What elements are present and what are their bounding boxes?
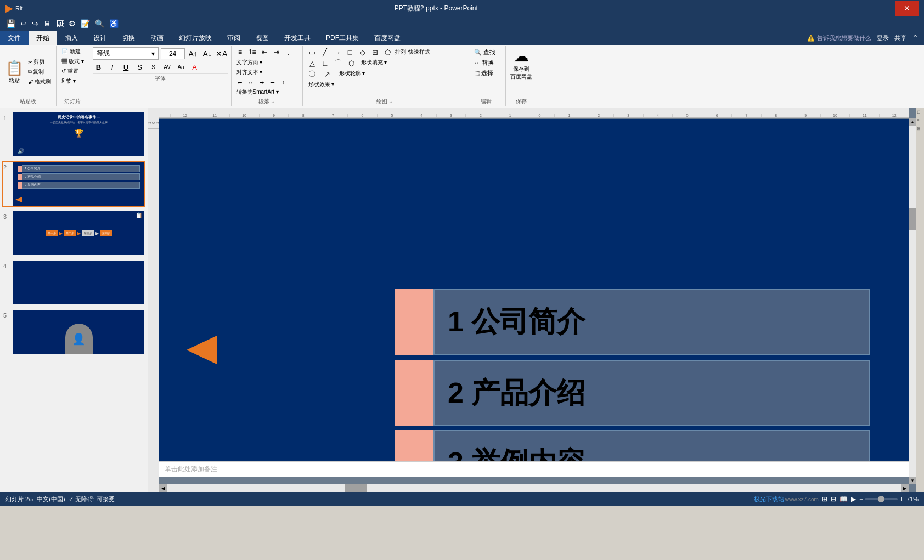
shape-diamond[interactable]: ◇ [357,47,369,57]
right-tool-1[interactable]: ⊞ [917,110,923,116]
tab-transitions[interactable]: 切换 [114,31,143,45]
spacing-button[interactable]: AV [161,61,173,72]
copy-button[interactable]: ⧉ 复制 [26,67,53,76]
zoom-slider[interactable]: − + [859,495,903,503]
format-painter-button[interactable]: 🖌 格式刷 [26,77,53,86]
shape-rect[interactable]: ▭ [306,47,318,57]
bullet-list-button[interactable]: ≡ [235,47,246,57]
new-slide-button[interactable]: 📄 新建 [60,47,86,56]
slide-item-2[interactable]: 2 产品介绍 [395,360,870,426]
cut-button[interactable]: ✂ 剪切 [26,58,53,66]
paste-button[interactable]: 📋 粘贴 [3,59,25,86]
slide-thumb-4[interactable]: 4 [2,259,145,306]
scroll-up-button[interactable]: ▲ [909,118,916,126]
right-tool-2[interactable]: ≡ [917,118,923,125]
tab-developer[interactable]: 开发工具 [277,31,318,45]
underline-button[interactable]: U [120,61,132,72]
font-color-button[interactable]: A [189,61,201,72]
section-button[interactable]: § 节 ▾ [60,77,86,86]
shape-textbox[interactable]: ⊞ [369,47,381,57]
shape-pentagon[interactable]: ⬠ [382,47,394,57]
align-text-button[interactable]: 对齐文本 ▾ [235,68,264,77]
case-button[interactable]: Aa [175,61,187,72]
view-presenter[interactable]: ▶ [851,495,856,503]
scroll-left-button[interactable]: ◀ [159,484,167,492]
horizontal-scrollbar[interactable]: ◀ ▶ [159,484,909,492]
shape-right-angle[interactable]: ∟ [319,58,331,68]
font-size-selector[interactable]: 24 [161,48,185,59]
shape-connector[interactable]: ↗ [322,69,334,79]
zoom-qa[interactable]: 🔍 [93,19,106,28]
notes-area[interactable]: 单击此处添加备注 [159,461,909,477]
shape-freeform[interactable]: 〇 [306,69,318,79]
shape-fill-button[interactable]: 形状填充 ▾ [359,58,390,68]
redo-button[interactable]: ↪ [30,19,40,28]
slide-item-3[interactable]: 3 举例内容 [395,430,870,461]
shape-line[interactable]: ╱ [319,47,331,57]
view-slide-sorter[interactable]: ⊟ [831,495,836,503]
login-button[interactable]: 登录 [877,34,889,42]
tab-design[interactable]: 设计 [86,31,114,45]
smartart-button[interactable]: 转换为SmartArt ▾ [235,88,280,97]
collapse-ribbon-button[interactable]: ⌃ [912,33,919,42]
text-direction-button[interactable]: 文字方向 ▾ [235,58,264,67]
columns-button[interactable]: ⫿ [283,47,294,57]
notes-qa[interactable]: 📝 [79,19,92,28]
tab-pdf-tools[interactable]: PDF工具集 [318,31,367,45]
line-spacing-button[interactable]: ↕ [279,78,289,87]
tab-review[interactable]: 审阅 [219,31,248,45]
tab-home[interactable]: 开始 [29,31,57,45]
vertical-scrollbar[interactable]: ▲ ▼ [909,118,916,484]
scroll-right-button[interactable]: ▶ [901,484,909,492]
save-cloud-button[interactable]: ☁ 保存到百度网盘 [510,47,532,81]
slide-thumb-5[interactable]: 5 👤 [2,309,145,355]
insert-picture-qa[interactable]: 🖼 [54,19,65,28]
quick-styles-button[interactable]: 快速样式 [407,47,431,57]
clear-format-button[interactable]: ✕A [216,48,228,60]
view-normal-button[interactable]: ⊞ [822,495,827,503]
reset-button[interactable]: ↺ 重置 [60,67,86,76]
numbered-list-button[interactable]: 1≡ [247,47,258,57]
tab-animations[interactable]: 动画 [143,31,171,45]
find-button[interactable]: 🔍 查找 [472,47,501,58]
align-center-button[interactable]: ↔ [246,78,256,87]
tab-view[interactable]: 视图 [248,31,277,45]
scroll-down-button[interactable]: ▼ [909,477,916,484]
scroll-thumb-v[interactable] [909,208,916,230]
right-tool-3[interactable]: ⊟ [917,126,923,133]
share-button[interactable]: 共享 [894,34,906,42]
shape-arrange[interactable]: 排列 [395,47,407,57]
settings-qa[interactable]: ⚙ [67,19,77,28]
view-reading[interactable]: 📖 [840,495,848,503]
italic-button[interactable]: I [106,61,119,72]
shape-effects-button[interactable]: 形状效果 ▾ [306,80,337,89]
tab-insert[interactable]: 插入 [57,31,86,45]
shape-custom[interactable]: ⬡ [346,58,358,68]
zoom-in-button[interactable]: + [899,495,903,503]
increase-indent-button[interactable]: ⇥ [271,47,282,57]
align-right-button[interactable]: ➡ [257,78,267,87]
shadow-button[interactable]: S [148,61,160,72]
slide-thumb-1[interactable]: 1 历史记录中的著名事件 ... 一切历史故事的开始，名字永远不朽的伟大故事 🏆… [2,111,145,157]
undo-button[interactable]: ↩ [19,19,29,28]
layout-button[interactable]: ▦ 版式 ▾ [60,57,86,66]
slide-thumb-3[interactable]: 3 📋 第一步 ▶ 第二步 ▶ 第三步 ▶ 第四步 [2,210,145,256]
save-qa-button[interactable]: 💾 [4,19,17,28]
decrease-indent-button[interactable]: ⇤ [259,47,270,57]
scroll-thumb-h[interactable] [345,484,367,492]
maximize-button[interactable]: □ [872,1,895,16]
close-button[interactable]: ✕ [895,1,919,16]
shape-triangle[interactable]: △ [306,58,318,68]
strikethrough-button[interactable]: S [134,61,146,72]
shape-outline-button[interactable]: 形状轮廓 ▾ [337,69,368,79]
shape-arrow[interactable]: → [331,47,343,57]
accessibility-qa[interactable]: ♿ [108,19,120,28]
minimize-button[interactable]: — [849,1,872,16]
tab-baidu-cloud[interactable]: 百度网盘 [367,31,408,45]
justify-button[interactable]: ☰ [268,78,278,87]
increase-font-button[interactable]: A↑ [187,48,199,60]
select-button[interactable]: ⬚ 选择 [472,68,501,78]
decrease-font-button[interactable]: A↓ [201,48,213,60]
left-arrow-shape[interactable] [187,336,217,364]
tab-slideshow[interactable]: 幻灯片放映 [171,31,219,45]
